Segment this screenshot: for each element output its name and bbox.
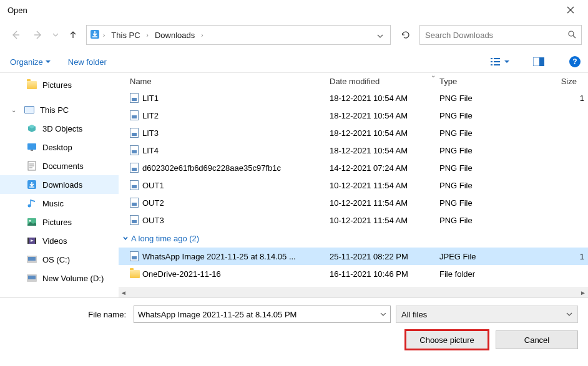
- file-date: 18-12-2021 10:54 AM: [330, 128, 439, 138]
- horizontal-scrollbar[interactable]: ◄ ►: [119, 287, 588, 297]
- filename-dropdown-icon[interactable]: [380, 312, 386, 316]
- tree-item[interactable]: New Volume (D:): [0, 269, 119, 287]
- expand-icon[interactable]: ⌄: [11, 107, 19, 113]
- dialog-title: Open: [5, 6, 558, 15]
- filetype-select[interactable]: All files: [396, 306, 578, 323]
- file-icon: [130, 163, 142, 173]
- svg-rect-4: [491, 61, 492, 62]
- cancel-button[interactable]: Cancel: [496, 330, 578, 349]
- file-row[interactable]: LIT418-12-2021 10:54 AMPNG File: [119, 142, 588, 159]
- file-date: 10-12-2021 11:54 AM: [330, 216, 439, 225]
- file-row[interactable]: LIT218-12-2021 10:54 AMPNG File: [119, 107, 588, 124]
- file-icon: [130, 215, 142, 225]
- tree-item[interactable]: Pictures: [0, 75, 119, 94]
- file-date: 18-12-2021 10:54 AM: [330, 94, 439, 103]
- file-row[interactable]: OUT110-12-2021 11:54 AMPNG File: [119, 176, 588, 194]
- col-date[interactable]: Date modified⌄: [330, 77, 439, 86]
- file-size: 1: [533, 94, 588, 103]
- scroll-left-icon[interactable]: ◄: [119, 289, 129, 296]
- navigation-tree[interactable]: Pictures⌄This PC3D ObjectsDesktopDocumen…: [0, 73, 119, 297]
- svg-point-16: [29, 220, 31, 222]
- breadcrumb-thispc[interactable]: This PC: [107, 28, 144, 42]
- tree-item[interactable]: Downloads: [0, 175, 119, 194]
- downloads-icon: [26, 180, 37, 190]
- tree-item[interactable]: Videos: [0, 231, 119, 250]
- file-type: PNG File: [439, 146, 533, 155]
- tree-item-label: Pictures: [42, 218, 72, 227]
- choose-picture-button[interactable]: Choose picture: [406, 330, 488, 349]
- back-button[interactable]: [6, 26, 25, 44]
- file-row[interactable]: OUT310-12-2021 11:54 AMPNG File: [119, 211, 588, 229]
- file-name: d602302e61fb6d69c228aae35c97fb1c: [142, 163, 330, 173]
- file-icon: [130, 145, 142, 155]
- breadcrumb-sep: ›: [201, 32, 203, 39]
- tree-item[interactable]: Documents: [0, 157, 119, 175]
- file-type: PNG File: [439, 128, 533, 138]
- refresh-button[interactable]: [396, 25, 416, 45]
- close-button[interactable]: [558, 0, 583, 20]
- forward-button[interactable]: [29, 26, 47, 44]
- file-type: File folder: [439, 269, 533, 279]
- file-name: OUT3: [142, 216, 330, 225]
- file-date: 10-12-2021 11:54 AM: [330, 181, 439, 190]
- tree-item[interactable]: Music: [0, 194, 119, 213]
- up-button[interactable]: [64, 26, 82, 44]
- filename-field[interactable]: [134, 306, 391, 323]
- search-input[interactable]: [425, 31, 567, 40]
- group-header[interactable]: A long time ago (2): [119, 229, 588, 248]
- help-button[interactable]: ?: [569, 56, 581, 67]
- file-row[interactable]: LIT118-12-2021 10:54 AMPNG File1: [119, 89, 588, 107]
- organize-button[interactable]: Organize: [10, 57, 51, 67]
- file-name: LIT4: [142, 146, 330, 155]
- file-date: 10-12-2021 11:54 AM: [330, 198, 439, 208]
- file-type: PNG File: [439, 94, 533, 103]
- file-name: OneDrive-2021-11-16: [142, 269, 330, 279]
- file-date: 25-11-2021 08:22 PM: [330, 252, 439, 261]
- newfolder-button[interactable]: New folder: [68, 57, 107, 67]
- file-row[interactable]: WhatsApp Image 2021-11-25 at 8.14.05 ...…: [119, 248, 588, 265]
- file-type: JPEG File: [439, 252, 533, 261]
- search-icon: [567, 30, 576, 41]
- file-date: 16-11-2021 10:46 PM: [330, 269, 439, 279]
- file-row[interactable]: d602302e61fb6d69c228aae35c97fb1c14-12-20…: [119, 159, 588, 176]
- address-bar[interactable]: › This PC › Downloads ›: [86, 25, 391, 45]
- desktop-icon: [26, 143, 37, 152]
- file-name: WhatsApp Image 2021-11-25 at 8.14.05 ...: [142, 252, 330, 261]
- search-box[interactable]: [419, 25, 582, 45]
- col-type[interactable]: Type: [439, 77, 533, 86]
- tree-item-label: This PC: [40, 105, 69, 115]
- tree-item-label: OS (C:): [42, 255, 70, 264]
- svg-point-1: [569, 31, 574, 36]
- file-row[interactable]: OneDrive-2021-11-1616-11-2021 10:46 PMFi…: [119, 265, 588, 282]
- tree-item-label: New Volume (D:): [42, 274, 104, 283]
- scroll-right-icon[interactable]: ►: [578, 289, 588, 296]
- filename-input[interactable]: [138, 310, 380, 319]
- file-row[interactable]: LIT318-12-2021 10:54 AMPNG File: [119, 124, 588, 142]
- col-name[interactable]: Name: [130, 77, 330, 86]
- file-type: PNG File: [439, 198, 533, 208]
- tree-item-label: Documents: [42, 161, 84, 171]
- preview-pane-button[interactable]: [533, 57, 544, 66]
- file-icon: [130, 110, 142, 120]
- file-row[interactable]: OUT210-12-2021 11:54 AMPNG File: [119, 194, 588, 211]
- svg-rect-9: [539, 57, 544, 66]
- tree-item[interactable]: 3D Objects: [0, 119, 119, 138]
- address-dropdown[interactable]: [373, 31, 388, 40]
- breadcrumb-downloads[interactable]: Downloads: [151, 28, 198, 42]
- col-size[interactable]: Size: [533, 77, 588, 86]
- file-type: PNG File: [439, 181, 533, 190]
- tree-item-label: Desktop: [42, 143, 72, 152]
- tree-item-label: Music: [42, 199, 64, 208]
- file-icon: [130, 128, 142, 138]
- tree-item[interactable]: OS (C:): [0, 250, 119, 269]
- pictures-icon: [26, 218, 37, 226]
- file-icon: [130, 251, 142, 261]
- recent-dropdown[interactable]: [51, 26, 60, 44]
- file-icon: [130, 93, 142, 103]
- chevron-down-icon: [122, 235, 129, 241]
- tree-item[interactable]: Pictures: [0, 213, 119, 231]
- file-date: 18-12-2021 10:54 AM: [330, 111, 439, 120]
- tree-item[interactable]: Desktop: [0, 138, 119, 157]
- view-options-button[interactable]: [491, 57, 509, 67]
- tree-item[interactable]: ⌄This PC: [0, 100, 119, 119]
